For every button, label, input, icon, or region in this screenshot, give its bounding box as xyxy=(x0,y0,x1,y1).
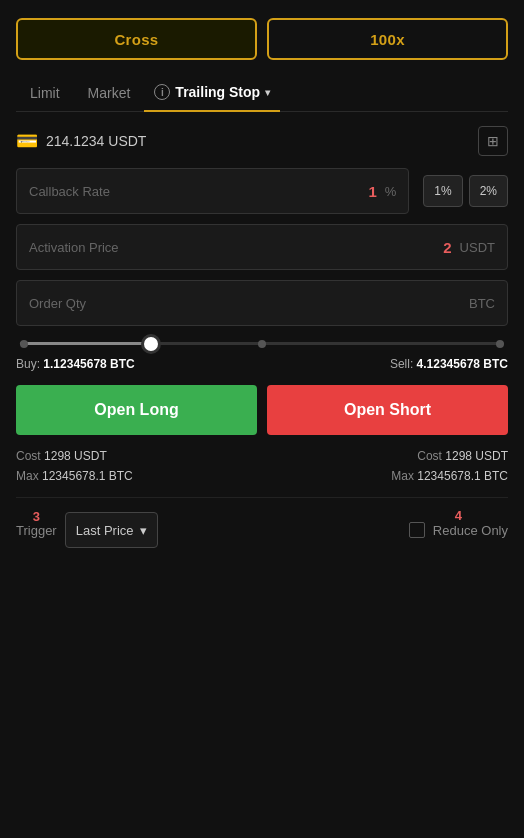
left-max-value: 12345678.1 BTC xyxy=(42,469,133,483)
open-long-button[interactable]: Open Long xyxy=(16,385,257,435)
balance-left: 💳 214.1234 USDT xyxy=(16,130,146,152)
reduce-only-checkbox[interactable] xyxy=(409,522,425,538)
left-max-label: Max xyxy=(16,469,39,483)
right-cost-value: 1298 USDT xyxy=(445,449,508,463)
tab-limit[interactable]: Limit xyxy=(16,77,74,111)
chevron-down-icon: ▾ xyxy=(265,87,270,98)
activation-price-number: 2 xyxy=(443,239,451,256)
right-max-label: Max xyxy=(391,469,414,483)
right-max-value: 12345678.1 BTC xyxy=(417,469,508,483)
trigger-label: Trigger xyxy=(16,523,57,538)
open-short-button[interactable]: Open Short xyxy=(267,385,508,435)
info-icon[interactable]: i xyxy=(154,84,170,100)
tab-trailing-stop-label: Trailing Stop xyxy=(175,84,260,100)
tab-market[interactable]: Market xyxy=(74,77,145,111)
buy-value: 1.12345678 BTC xyxy=(43,357,134,371)
divider xyxy=(16,497,508,498)
slider-dot-left xyxy=(20,340,28,348)
balance-row: 💳 214.1234 USDT ⊞ xyxy=(16,126,508,156)
trigger-label-wrap: 3 Trigger xyxy=(16,521,57,539)
callback-input[interactable]: Callback Rate 1 % xyxy=(16,168,409,214)
left-cost-item: Cost 1298 USDT xyxy=(16,449,107,463)
cost-max-row: Cost 1298 USDT Cost 1298 USDT xyxy=(16,449,508,463)
slider-container[interactable] xyxy=(16,342,508,345)
callback-2pct-button[interactable]: 2% xyxy=(469,175,508,207)
leverage-button[interactable]: 100x xyxy=(267,18,508,60)
trigger-select[interactable]: Last Price ▾ xyxy=(65,512,158,548)
tab-row: Limit Market i Trailing Stop ▾ xyxy=(16,76,508,112)
slider-fill xyxy=(20,342,151,345)
left-cost-label: Cost xyxy=(16,449,41,463)
trading-panel: Cross 100x Limit Market i Trailing Stop … xyxy=(0,0,524,838)
trigger-group: 3 Trigger Last Price ▾ xyxy=(16,512,158,548)
order-qty-label: Order Qty xyxy=(29,296,469,311)
reduce-group: 4 Reduce Only xyxy=(409,522,508,538)
reduce-number: 4 xyxy=(455,508,462,523)
activation-price-suffix: USDT xyxy=(460,240,495,255)
sell-value: 4.12345678 BTC xyxy=(417,357,508,371)
callback-rate-row: Callback Rate 1 % 1% 2% xyxy=(16,168,508,214)
order-qty-suffix: BTC xyxy=(469,296,495,311)
amounts-row: Buy: 1.12345678 BTC Sell: 4.12345678 BTC xyxy=(16,357,508,371)
callback-label: Callback Rate xyxy=(29,184,368,199)
calculator-icon[interactable]: ⊞ xyxy=(478,126,508,156)
sell-label: Sell: xyxy=(390,357,413,371)
activation-price-label: Activation Price xyxy=(29,240,443,255)
card-icon: 💳 xyxy=(16,130,38,152)
right-max-item: Max 12345678.1 BTC xyxy=(391,469,508,483)
left-cost-value: 1298 USDT xyxy=(44,449,107,463)
trigger-number: 3 xyxy=(33,509,40,524)
quick-btns: 1% 2% xyxy=(423,175,508,207)
slider-dot-right xyxy=(496,340,504,348)
action-row: Open Long Open Short xyxy=(16,385,508,435)
bottom-row: 3 Trigger Last Price ▾ 4 Reduce Only xyxy=(16,512,508,548)
trigger-value: Last Price xyxy=(76,523,134,538)
buy-label: Buy: xyxy=(16,357,40,371)
reduce-only-label: Reduce Only xyxy=(433,523,508,538)
top-row: Cross 100x xyxy=(16,18,508,60)
callback-1pct-button[interactable]: 1% xyxy=(423,175,462,207)
buy-amount: Buy: 1.12345678 BTC xyxy=(16,357,135,371)
right-cost-item: Cost 1298 USDT xyxy=(417,449,508,463)
sell-amount: Sell: 4.12345678 BTC xyxy=(390,357,508,371)
left-max-item: Max 12345678.1 BTC xyxy=(16,469,133,483)
cross-button[interactable]: Cross xyxy=(16,18,257,60)
slider-thumb[interactable] xyxy=(141,334,161,354)
right-cost-label: Cost xyxy=(417,449,442,463)
callback-suffix: % xyxy=(385,184,397,199)
slider-dot-mid xyxy=(258,340,266,348)
slider-track xyxy=(20,342,504,345)
trigger-chevron-icon: ▾ xyxy=(140,523,147,538)
activation-price-row[interactable]: Activation Price 2 USDT xyxy=(16,224,508,270)
max-row: Max 12345678.1 BTC Max 12345678.1 BTC xyxy=(16,469,508,483)
tab-trailing-stop[interactable]: i Trailing Stop ▾ xyxy=(144,76,280,112)
balance-amount: 214.1234 USDT xyxy=(46,133,146,149)
callback-number: 1 xyxy=(368,183,376,200)
order-qty-row[interactable]: Order Qty BTC xyxy=(16,280,508,326)
